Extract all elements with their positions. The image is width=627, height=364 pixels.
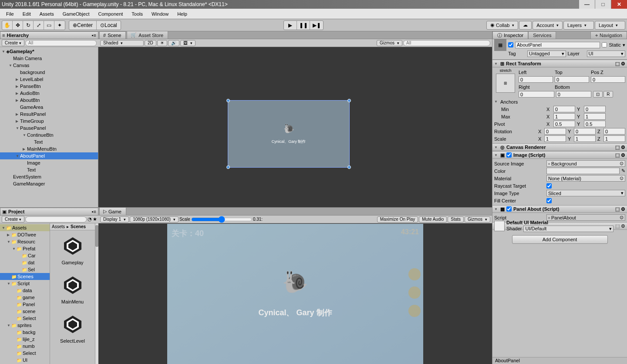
project-folder[interactable]: 📁Script bbox=[0, 280, 50, 287]
source-image-field[interactable]: ▫ Background⊙ bbox=[546, 160, 625, 167]
menu-tools[interactable]: Tools bbox=[127, 10, 147, 18]
services-tab[interactable]: Services bbox=[528, 31, 556, 39]
hierarchy-item[interactable]: GameManager bbox=[0, 180, 98, 187]
mode-2d-button[interactable]: 2D bbox=[145, 40, 156, 46]
pivot-y[interactable] bbox=[584, 121, 606, 127]
layer-dropdown[interactable]: UI▾ bbox=[587, 51, 626, 57]
hierarchy-item[interactable]: GameArea bbox=[0, 104, 98, 111]
gameobject-name-input[interactable] bbox=[515, 42, 600, 48]
project-search-input[interactable] bbox=[25, 216, 87, 222]
project-folder[interactable]: 📁Car bbox=[0, 252, 50, 259]
rot-z[interactable] bbox=[603, 128, 625, 135]
rot-x[interactable] bbox=[544, 128, 566, 135]
project-scrollbar[interactable] bbox=[95, 223, 98, 364]
scale-y[interactable] bbox=[574, 135, 596, 142]
project-folder[interactable]: 📁DOTwee bbox=[0, 231, 50, 238]
layers-button[interactable]: Layers bbox=[563, 21, 594, 30]
selected-rect-gizmo[interactable]: 🐌 Cynical、Gary 制作 bbox=[228, 100, 350, 168]
project-folder[interactable]: 📁Scenes bbox=[0, 273, 50, 280]
hierarchy-item[interactable]: Image bbox=[0, 159, 98, 166]
project-folder[interactable]: 📁numb bbox=[0, 343, 50, 350]
bottom-input[interactable] bbox=[556, 91, 592, 98]
anchor-min-x[interactable] bbox=[553, 106, 575, 112]
pivot-x[interactable] bbox=[553, 121, 575, 127]
menu-gameobject[interactable]: GameObject bbox=[58, 10, 94, 18]
scene-tab[interactable]: #Scene bbox=[99, 31, 126, 39]
mute-audio[interactable]: Mute Audio bbox=[419, 216, 447, 222]
hierarchy-tab[interactable]: ≡ Hierarchy ▪≡ bbox=[0, 31, 98, 39]
game-gizmos[interactable]: Gizmos bbox=[465, 216, 490, 222]
window-close-button[interactable]: ✕ bbox=[611, 0, 627, 9]
hierarchy-item[interactable]: AboutPanel bbox=[0, 152, 98, 159]
panel-about-header[interactable]: ▩Panel About (Script)⬚ ⚙ bbox=[492, 205, 627, 213]
anchor-min-y[interactable] bbox=[584, 106, 606, 112]
left-input[interactable] bbox=[519, 76, 553, 83]
project-folder[interactable]: 📁scene bbox=[0, 308, 50, 315]
menu-file[interactable]: File bbox=[2, 10, 18, 18]
filter-icon[interactable]: ◔ bbox=[88, 216, 92, 222]
project-folder[interactable]: 📁sprites bbox=[0, 322, 50, 329]
game-scale-slider[interactable] bbox=[191, 217, 252, 222]
game-view[interactable]: 关卡：40 43:21 🐌 Cynical、 Gary 制作 bbox=[98, 223, 492, 364]
hierarchy-item[interactable]: background bbox=[0, 69, 98, 76]
project-folder[interactable]: 📁game bbox=[0, 294, 50, 301]
hierarchy-item[interactable]: Canvas bbox=[0, 62, 98, 69]
posz-input[interactable] bbox=[591, 76, 625, 83]
raycast-checkbox[interactable] bbox=[546, 183, 552, 189]
material-header[interactable]: Default UI Material ShaderUI/Default▾ ⬚ … bbox=[492, 222, 627, 230]
move-tool[interactable]: ✥ bbox=[13, 21, 23, 30]
hierarchy-item[interactable]: PausePanel bbox=[0, 125, 98, 131]
panel-menu-icon[interactable]: ▪≡ bbox=[92, 209, 96, 214]
menu-edit[interactable]: Edit bbox=[18, 10, 35, 18]
project-tab[interactable]: ▣ Project ▪≡ bbox=[0, 208, 98, 216]
pivot-local-button[interactable]: ⊙ Local bbox=[97, 21, 121, 30]
eyedropper-icon[interactable]: ✎ bbox=[621, 168, 625, 174]
blueprint-button[interactable]: ⊡ bbox=[593, 91, 603, 98]
game-display-dropdown[interactable]: Display 1 bbox=[100, 216, 129, 222]
project-folder[interactable]: 📁Panel bbox=[0, 301, 50, 308]
hierarchy-item[interactable]: AboutBtn bbox=[0, 97, 98, 104]
anchor-max-y[interactable] bbox=[584, 113, 606, 120]
image-component-header[interactable]: ▣Image (Script)⬚ ⚙ bbox=[492, 151, 627, 159]
raw-button[interactable]: R bbox=[603, 91, 613, 98]
rotate-tool[interactable]: ↻ bbox=[23, 21, 34, 30]
fill-center-checkbox[interactable] bbox=[546, 198, 552, 203]
gizmos-button[interactable]: Gizmos bbox=[377, 40, 402, 46]
hierarchy-item[interactable]: MainMenuBtn bbox=[0, 145, 98, 152]
maximize-on-play[interactable]: Maximize On Play bbox=[377, 216, 418, 222]
side-button[interactable] bbox=[408, 286, 421, 299]
scale-x[interactable] bbox=[544, 135, 566, 142]
step-button[interactable]: ▶❚ bbox=[310, 21, 323, 30]
asset-item[interactable]: SelectLevel bbox=[60, 312, 85, 344]
menu-assets[interactable]: Assets bbox=[35, 10, 58, 18]
light-icon[interactable]: ☀ bbox=[157, 40, 167, 46]
rect-transform-header[interactable]: ⊞ Rect Transform⬚ ⚙ bbox=[492, 60, 627, 67]
game-tab[interactable]: ▷Game bbox=[99, 207, 126, 215]
scale-tool[interactable]: ⤢ bbox=[34, 21, 44, 30]
static-checkbox[interactable] bbox=[602, 42, 607, 47]
hierarchy-item[interactable]: ContinueBtn bbox=[0, 131, 98, 138]
hierarchy-item[interactable]: AudioBtn bbox=[0, 90, 98, 97]
project-folder[interactable]: 📁Prefat bbox=[0, 245, 50, 252]
project-folder[interactable]: 📁Resourc bbox=[0, 238, 50, 245]
gameobject-active-checkbox[interactable] bbox=[508, 42, 513, 47]
add-component-button[interactable]: Add Component bbox=[512, 235, 608, 244]
window-minimize-button[interactable]: — bbox=[579, 0, 595, 9]
account-button[interactable]: Account bbox=[533, 21, 563, 30]
shading-mode[interactable]: Shaded bbox=[100, 40, 144, 46]
cloud-button[interactable]: ☁ bbox=[519, 21, 532, 30]
navigation-tab[interactable]: ⌖ Navigation bbox=[590, 31, 627, 39]
menu-help[interactable]: Help bbox=[173, 10, 192, 18]
hand-tool[interactable]: ✋ bbox=[2, 21, 13, 30]
hierarchy-item[interactable]: Text bbox=[0, 166, 98, 173]
project-folder[interactable]: 📁Sel bbox=[0, 266, 50, 273]
pivot-center-button[interactable]: ⊕ Center bbox=[69, 21, 97, 30]
project-folder[interactable]: 📁Select bbox=[0, 350, 50, 357]
stats-button[interactable]: Stats bbox=[448, 216, 464, 222]
project-folder[interactable]: 📁Select bbox=[0, 315, 50, 322]
project-folder[interactable]: 📁dat bbox=[0, 259, 50, 266]
hierarchy-create-button[interactable]: Create bbox=[2, 40, 24, 46]
hierarchy-item[interactable]: Text bbox=[0, 138, 98, 145]
scene-view[interactable]: 🐌 Cynical、Gary 制作 bbox=[98, 47, 492, 207]
multi-tool[interactable]: ✦ bbox=[54, 21, 65, 30]
